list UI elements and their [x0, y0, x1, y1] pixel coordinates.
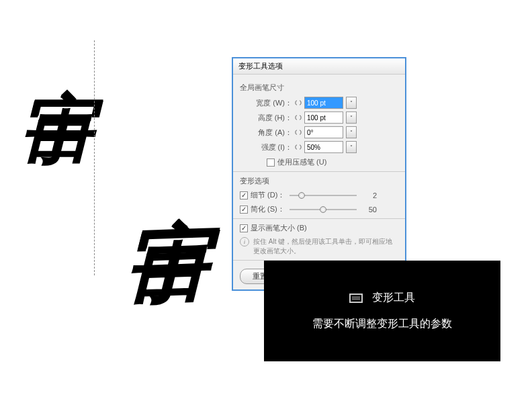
divider: [233, 218, 405, 219]
height-dropdown[interactable]: ˅: [346, 111, 357, 124]
calligraphy-warped: 宇宙: [111, 146, 224, 150]
dialog-title: 变形工具选项: [233, 58, 405, 75]
info-icon: i: [240, 237, 249, 246]
intensity-input[interactable]: 50%: [304, 141, 343, 153]
show-brush-size-label: 显示画笔大小 (B): [251, 223, 307, 233]
simplify-label: 简化 (S)：: [251, 204, 285, 214]
width-label: 宽度 (W)：: [253, 98, 292, 108]
angle-input[interactable]: 0°: [304, 126, 343, 138]
width-dropdown[interactable]: ˅: [346, 97, 357, 109]
simplify-slider[interactable]: [290, 205, 357, 214]
simplify-checkbox[interactable]: [240, 206, 248, 214]
link-icon[interactable]: [294, 114, 302, 122]
tool-caption-title: 变形工具: [372, 291, 415, 305]
brush-dimensions-label: 全局画笔尺寸: [240, 83, 398, 93]
pressure-pen-label: 使用压感笔 (U): [277, 157, 326, 167]
comparison-divider: [94, 40, 95, 275]
angle-label: 角度 (A)：: [253, 128, 292, 138]
height-input[interactable]: 100 pt: [304, 111, 343, 124]
intensity-dropdown[interactable]: ˅: [346, 141, 357, 153]
pressure-pen-checkbox[interactable]: [267, 159, 275, 167]
link-icon[interactable]: [294, 128, 302, 136]
info-text: 按住 Alt 键，然后使用该工具单击，即可相应地更改画笔大小。: [253, 237, 398, 256]
height-label: 高度 (H)：: [253, 113, 292, 123]
width-input[interactable]: 100 pt: [304, 97, 343, 109]
tool-caption-box: 变形工具 需要不断调整变形工具的参数: [264, 261, 500, 361]
intensity-label: 强度 (I)：: [253, 142, 292, 152]
detail-label: 细节 (D)：: [251, 190, 285, 200]
warp-options-label: 变形选项: [240, 176, 398, 186]
warp-tool-options-dialog: 变形工具选项 全局画笔尺寸 宽度 (W)： 100 pt ˅ 高度 (H)： 1…: [232, 57, 406, 291]
tool-caption-desc: 需要不断调整变形工具的参数: [312, 317, 452, 331]
detail-value: 2: [361, 191, 377, 199]
detail-slider[interactable]: [290, 191, 357, 200]
divider: [233, 171, 405, 172]
link-icon[interactable]: [294, 143, 302, 151]
warp-tool-icon: [349, 294, 363, 303]
angle-dropdown[interactable]: ˅: [346, 126, 357, 138]
link-icon[interactable]: [294, 99, 302, 107]
simplify-value: 50: [361, 206, 377, 214]
detail-checkbox[interactable]: [240, 191, 248, 199]
show-brush-size-checkbox[interactable]: [240, 224, 248, 232]
